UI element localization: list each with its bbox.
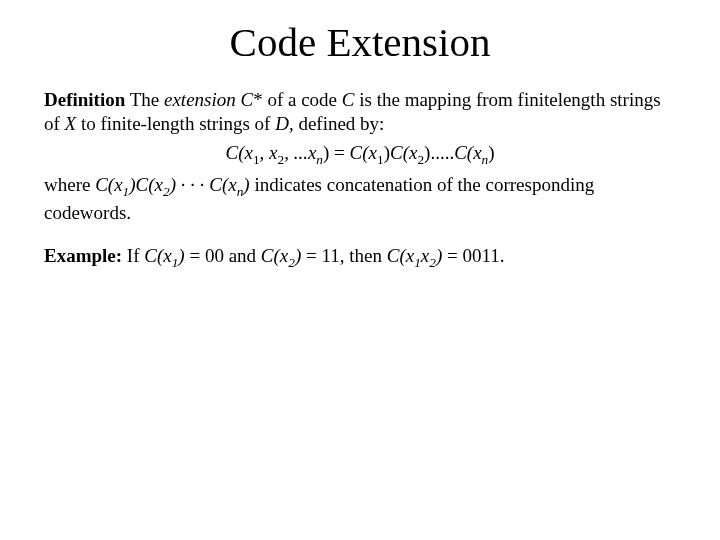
definition-star: * xyxy=(253,89,263,110)
spacer xyxy=(44,230,676,244)
eq-ell: .... xyxy=(435,142,454,163)
eq-sub-1a: 1 xyxy=(253,151,260,166)
eq-rp3: ) xyxy=(488,142,494,163)
eq-Cx2: C(x xyxy=(390,142,417,163)
eq-Cx1: C(x xyxy=(350,142,377,163)
concat-where: where xyxy=(44,174,95,195)
example-if: If xyxy=(122,245,144,266)
example-label: Example: xyxy=(44,245,122,266)
concat-Cxn: C(x xyxy=(209,174,236,195)
concat-paragraph: where C(x1)C(x2) · · · C(xn) indicates c… xyxy=(44,173,676,224)
eq-lhs-C: C(x xyxy=(225,142,252,163)
example-eq3: = 0011. xyxy=(442,245,504,266)
example-eq1: = 00 and xyxy=(185,245,261,266)
definition-D: D xyxy=(275,113,289,134)
eq-comma-x2: , x xyxy=(260,142,278,163)
page-title: Code Extension xyxy=(44,18,676,66)
definition-paragraph: Definition The extension C* of a code C … xyxy=(44,88,676,136)
eq-dots-xn: , ...x xyxy=(284,142,316,163)
definition-text-1: The xyxy=(125,89,164,110)
definition-text-4: to finite-length strings of xyxy=(76,113,275,134)
eq-sub-1b: 1 xyxy=(377,151,384,166)
example-Cx12: C(x xyxy=(387,245,414,266)
eq-Cxn: C(x xyxy=(454,142,481,163)
definition-text-2: of a code xyxy=(263,89,342,110)
slide: Code Extension Definition The extension … xyxy=(0,0,720,540)
example-s2b: 2 xyxy=(429,255,436,270)
definition-text-5: , defined by: xyxy=(289,113,385,134)
definition-extension: extension C xyxy=(164,89,253,110)
concat-Cx1: C(x xyxy=(95,174,122,195)
concat-s2: 2 xyxy=(163,184,170,199)
eq-sub-na: n xyxy=(316,151,323,166)
example-Cx1: C(x xyxy=(144,245,171,266)
equation: C(x1, x2, ...xn) = C(x1)C(x2).....C(xn) xyxy=(44,142,676,168)
example-paragraph: Example: If C(x1) = 00 and C(x2) = 11, t… xyxy=(44,244,676,271)
concat-dots: · · · xyxy=(176,174,209,195)
example-eq2: = 11, then xyxy=(301,245,386,266)
example-s1b: 1 xyxy=(414,255,421,270)
eq-rparen-eq: ) = xyxy=(323,142,350,163)
definition-code-C: C xyxy=(342,89,355,110)
example-Cx2: C(x xyxy=(261,245,288,266)
example-s2: 2 xyxy=(288,255,295,270)
definition-X: X xyxy=(65,113,77,134)
concat-mid: )C(x xyxy=(129,174,163,195)
definition-label: Definition xyxy=(44,89,125,110)
